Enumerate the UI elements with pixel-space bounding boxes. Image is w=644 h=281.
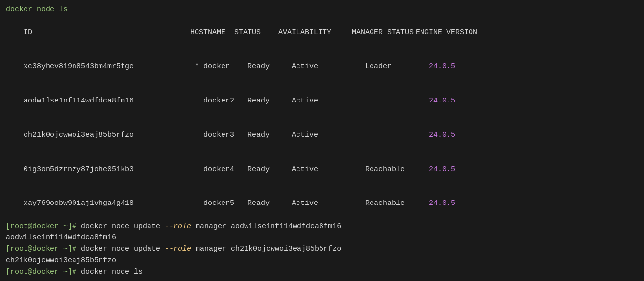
node-engine-version: 24.0.5 [429,131,455,139]
node-hostname: docker4 [203,164,248,175]
table1-header: IDHOSTNAMESTATUSAVAILABILITYMANAGER STAT… [6,15,638,50]
target-node-1: aodw1lse1nf114wdfdca8fm16 [231,222,341,230]
node-manager-status: Reachable [365,164,429,175]
node-id: aodw1lse1nf114wdfdca8fm16 [24,95,190,106]
node-status: Ready [248,198,292,209]
table2-header: IDHOSTNAMESTATUSAVAILABILITYMANAGER STAT… [6,278,638,281]
flag-role-1: --role [165,222,191,230]
node-id: xc38yhev819n8543bm4mr5tge [24,61,190,72]
node-engine-version: 24.0.5 [429,97,455,105]
table1-row-3: ch21k0ojcwwoi3eaj85b5rfzo docker3ReadyAc… [6,118,638,153]
cmd-text-2: docker node update [76,245,165,253]
col-availability: AVAILABILITY [278,27,352,38]
node-status: Ready [248,61,292,72]
update-command-1: [root@docker ~]# docker node update --ro… [6,221,638,232]
node-engine-version: 24.0.5 [429,62,455,71]
node-status: Ready [248,164,292,175]
prompt-3: [root@docker ~]# [6,245,76,253]
star-marker: * [190,62,199,71]
node-manager-status: Leader [365,61,429,72]
table1-row-1: xc38yhev819n8543bm4mr5tge * dockerReadyA… [6,50,638,84]
prompt-2: [root@docker ~]# [6,222,76,230]
node-id: xay769oobw90iaj1vhga4g418 [24,198,190,209]
node-hostname: docker2 [203,95,248,106]
node-manager-status: Reachable [365,198,429,209]
update-return-1: aodw1lse1nf114wdfdca8fm16 [6,232,638,243]
command-line-1: docker node ls [6,4,638,15]
node-status: Ready [248,129,292,141]
return-node-id-2: ch21k0ojcwwoi3eaj85b5rfzo [6,256,116,265]
update-return-2: ch21k0ojcwwoi3eaj85b5rfzo [6,255,638,266]
return-node-id-1: aodw1lse1nf114wdfdca8fm16 [6,233,116,242]
prompt-4: [root@docker ~]# [6,268,81,276]
node-availability: Active [292,95,365,106]
node-availability: Active [292,61,365,72]
node-hostname: docker3 [203,129,248,141]
flag-val-1: manager [191,222,231,230]
terminal: docker node ls IDHOSTNAMESTATUSAVAILABIL… [6,4,638,281]
node-availability: Active [292,129,365,141]
target-node-2: ch21k0ojcwwoi3eaj85b5rfzo [231,245,341,253]
col-status: STATUS [234,27,278,38]
node-engine-version: 24.0.5 [429,199,455,207]
col-manager-status: MANAGER STATUS [352,27,416,38]
node-availability: Active [292,164,365,175]
command-line-2: [root@docker ~]# docker node ls [6,266,638,278]
col-hostname: HOSTNAME [190,27,234,38]
flag-role-2: --role [165,245,191,253]
table1-row-5: xay769oobw90iaj1vhga4g418 docker5ReadyAc… [6,186,638,221]
node-hostname: docker [203,61,248,72]
update-command-2: [root@docker ~]# docker node update --ro… [6,243,638,255]
col-id: ID [24,27,190,38]
prompt-1: docker node ls [6,5,68,14]
node-hostname: docker5 [203,198,248,209]
cmd-text-1: docker node update [76,222,165,230]
node-engine-version: 24.0.5 [429,165,455,174]
cmd-2-text: docker node ls [81,268,143,276]
flag-val-2: manager [191,245,231,253]
table1-row-2: aodw1lse1nf114wdfdca8fm16 docker2ReadyAc… [6,84,638,118]
node-id: 0ig3on5dzrnzy87johe051kb3 [24,164,190,175]
col-engine: ENGINE VERSION [416,27,455,38]
node-availability: Active [292,198,365,209]
table1-row-4: 0ig3on5dzrnzy87johe051kb3 docker4ReadyAc… [6,152,638,186]
node-status: Ready [248,95,292,106]
node-id: ch21k0ojcwwoi3eaj85b5rfzo [24,129,190,141]
